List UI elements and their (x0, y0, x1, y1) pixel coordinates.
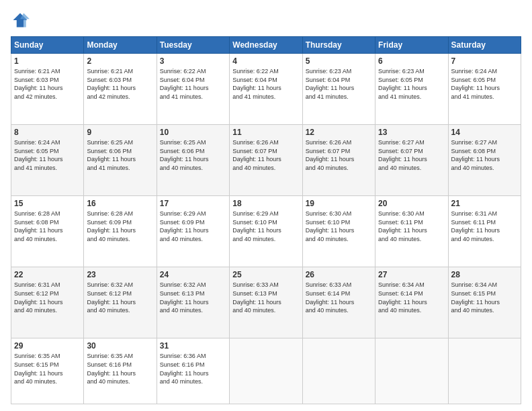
day-info: Sunrise: 6:21 AM Sunset: 6:03 PM Dayligh… (87, 67, 153, 101)
calendar-cell: 10Sunrise: 6:25 AM Sunset: 6:06 PM Dayli… (157, 125, 229, 196)
day-number: 12 (306, 128, 372, 137)
day-info: Sunrise: 6:28 AM Sunset: 6:09 PM Dayligh… (87, 210, 153, 243)
calendar-cell: 14Sunrise: 6:27 AM Sunset: 6:08 PM Dayli… (448, 125, 521, 196)
calendar-cell: 3Sunrise: 6:22 AM Sunset: 6:04 PM Daylig… (157, 54, 229, 125)
calendar-cell: 29Sunrise: 6:35 AM Sunset: 6:15 PM Dayli… (11, 338, 84, 404)
day-info: Sunrise: 6:25 AM Sunset: 6:06 PM Dayligh… (160, 138, 226, 172)
day-info: Sunrise: 6:26 AM Sunset: 6:07 PM Dayligh… (232, 138, 299, 172)
day-info: Sunrise: 6:25 AM Sunset: 6:06 PM Dayligh… (87, 138, 153, 172)
day-info: Sunrise: 6:29 AM Sunset: 6:09 PM Dayligh… (160, 210, 226, 243)
calendar-cell: 15Sunrise: 6:28 AM Sunset: 6:08 PM Dayli… (11, 196, 84, 267)
day-number: 23 (87, 270, 153, 279)
calendar-week-row: 1Sunrise: 6:21 AM Sunset: 6:03 PM Daylig… (11, 54, 521, 125)
day-number: 4 (232, 56, 299, 66)
calendar-table: SundayMondayTuesdayWednesdayThursdayFrid… (11, 36, 521, 404)
calendar-cell: 26Sunrise: 6:33 AM Sunset: 6:14 PM Dayli… (302, 267, 375, 338)
day-number: 29 (14, 341, 81, 351)
calendar-cell: 13Sunrise: 6:27 AM Sunset: 6:07 PM Dayli… (375, 125, 448, 196)
page: SundayMondayTuesdayWednesdayThursdayFrid… (0, 0, 532, 411)
day-info: Sunrise: 6:27 AM Sunset: 6:08 PM Dayligh… (451, 138, 518, 172)
day-number: 14 (451, 128, 518, 137)
calendar-day-header: Tuesday (157, 37, 229, 54)
day-info: Sunrise: 6:27 AM Sunset: 6:07 PM Dayligh… (378, 138, 445, 172)
day-number: 3 (160, 56, 226, 66)
day-info: Sunrise: 6:31 AM Sunset: 6:11 PM Dayligh… (451, 210, 518, 243)
day-number: 11 (232, 128, 299, 137)
calendar-cell (375, 338, 448, 404)
calendar-cell: 4Sunrise: 6:22 AM Sunset: 6:04 PM Daylig… (230, 54, 302, 125)
calendar-week-row: 15Sunrise: 6:28 AM Sunset: 6:08 PM Dayli… (11, 196, 521, 267)
calendar-day-header: Friday (375, 37, 448, 54)
day-number: 31 (160, 341, 226, 351)
calendar-cell: 2Sunrise: 6:21 AM Sunset: 6:03 PM Daylig… (84, 54, 157, 125)
day-number: 8 (14, 128, 81, 137)
calendar-cell: 1Sunrise: 6:21 AM Sunset: 6:03 PM Daylig… (11, 54, 84, 125)
day-number: 5 (306, 56, 372, 66)
logo (11, 11, 32, 30)
day-info: Sunrise: 6:33 AM Sunset: 6:14 PM Dayligh… (306, 281, 372, 314)
calendar-cell: 20Sunrise: 6:30 AM Sunset: 6:11 PM Dayli… (375, 196, 448, 267)
calendar-cell: 28Sunrise: 6:34 AM Sunset: 6:15 PM Dayli… (448, 267, 521, 338)
day-info: Sunrise: 6:34 AM Sunset: 6:14 PM Dayligh… (378, 281, 445, 314)
day-number: 17 (160, 199, 226, 208)
day-info: Sunrise: 6:22 AM Sunset: 6:04 PM Dayligh… (160, 67, 226, 101)
calendar-cell (302, 338, 375, 404)
calendar-cell: 19Sunrise: 6:30 AM Sunset: 6:10 PM Dayli… (302, 196, 375, 267)
calendar-day-header: Monday (84, 37, 157, 54)
calendar-cell (230, 338, 302, 404)
day-info: Sunrise: 6:24 AM Sunset: 6:05 PM Dayligh… (451, 67, 518, 101)
day-info: Sunrise: 6:31 AM Sunset: 6:12 PM Dayligh… (14, 281, 81, 314)
calendar-day-header: Thursday (302, 37, 375, 54)
calendar-cell: 8Sunrise: 6:24 AM Sunset: 6:05 PM Daylig… (11, 125, 84, 196)
day-info: Sunrise: 6:22 AM Sunset: 6:04 PM Dayligh… (232, 67, 299, 101)
header (11, 11, 521, 30)
calendar-cell (448, 338, 521, 404)
day-info: Sunrise: 6:36 AM Sunset: 6:16 PM Dayligh… (160, 352, 226, 385)
day-info: Sunrise: 6:29 AM Sunset: 6:10 PM Dayligh… (232, 210, 299, 243)
calendar-cell: 27Sunrise: 6:34 AM Sunset: 6:14 PM Dayli… (375, 267, 448, 338)
calendar-cell: 7Sunrise: 6:24 AM Sunset: 6:05 PM Daylig… (448, 54, 521, 125)
calendar-cell: 5Sunrise: 6:23 AM Sunset: 6:04 PM Daylig… (302, 54, 375, 125)
calendar-week-row: 29Sunrise: 6:35 AM Sunset: 6:15 PM Dayli… (11, 338, 521, 404)
day-number: 6 (378, 56, 445, 66)
calendar-cell: 12Sunrise: 6:26 AM Sunset: 6:07 PM Dayli… (302, 125, 375, 196)
calendar-cell: 22Sunrise: 6:31 AM Sunset: 6:12 PM Dayli… (11, 267, 84, 338)
calendar-cell: 17Sunrise: 6:29 AM Sunset: 6:09 PM Dayli… (157, 196, 229, 267)
calendar-cell: 9Sunrise: 6:25 AM Sunset: 6:06 PM Daylig… (84, 125, 157, 196)
day-info: Sunrise: 6:33 AM Sunset: 6:13 PM Dayligh… (232, 281, 299, 314)
calendar-week-row: 22Sunrise: 6:31 AM Sunset: 6:12 PM Dayli… (11, 267, 521, 338)
calendar-cell: 16Sunrise: 6:28 AM Sunset: 6:09 PM Dayli… (84, 196, 157, 267)
calendar-cell: 21Sunrise: 6:31 AM Sunset: 6:11 PM Dayli… (448, 196, 521, 267)
day-number: 20 (378, 199, 445, 208)
day-number: 25 (232, 270, 299, 279)
day-number: 7 (451, 56, 518, 66)
day-info: Sunrise: 6:35 AM Sunset: 6:16 PM Dayligh… (87, 352, 153, 385)
day-number: 18 (232, 199, 299, 208)
day-number: 24 (160, 270, 226, 279)
day-info: Sunrise: 6:24 AM Sunset: 6:05 PM Dayligh… (14, 138, 81, 172)
day-info: Sunrise: 6:32 AM Sunset: 6:12 PM Dayligh… (87, 281, 153, 314)
calendar-day-header: Saturday (448, 37, 521, 54)
day-info: Sunrise: 6:30 AM Sunset: 6:11 PM Dayligh… (378, 210, 445, 243)
logo-icon (11, 11, 30, 30)
calendar-cell: 11Sunrise: 6:26 AM Sunset: 6:07 PM Dayli… (230, 125, 302, 196)
day-info: Sunrise: 6:21 AM Sunset: 6:03 PM Dayligh… (14, 67, 81, 101)
day-number: 13 (378, 128, 445, 137)
calendar-header-row: SundayMondayTuesdayWednesdayThursdayFrid… (11, 37, 521, 54)
day-number: 21 (451, 199, 518, 208)
calendar-week-row: 8Sunrise: 6:24 AM Sunset: 6:05 PM Daylig… (11, 125, 521, 196)
day-number: 30 (87, 341, 153, 351)
calendar-cell: 24Sunrise: 6:32 AM Sunset: 6:13 PM Dayli… (157, 267, 229, 338)
day-info: Sunrise: 6:28 AM Sunset: 6:08 PM Dayligh… (14, 210, 81, 243)
day-number: 19 (306, 199, 372, 208)
day-number: 27 (378, 270, 445, 279)
day-number: 16 (87, 199, 153, 208)
day-number: 1 (14, 56, 81, 66)
day-number: 2 (87, 56, 153, 66)
day-info: Sunrise: 6:34 AM Sunset: 6:15 PM Dayligh… (451, 281, 518, 314)
day-info: Sunrise: 6:23 AM Sunset: 6:04 PM Dayligh… (306, 67, 372, 101)
calendar-day-header: Wednesday (230, 37, 302, 54)
day-number: 28 (451, 270, 518, 279)
day-number: 15 (14, 199, 81, 208)
calendar-cell: 30Sunrise: 6:35 AM Sunset: 6:16 PM Dayli… (84, 338, 157, 404)
